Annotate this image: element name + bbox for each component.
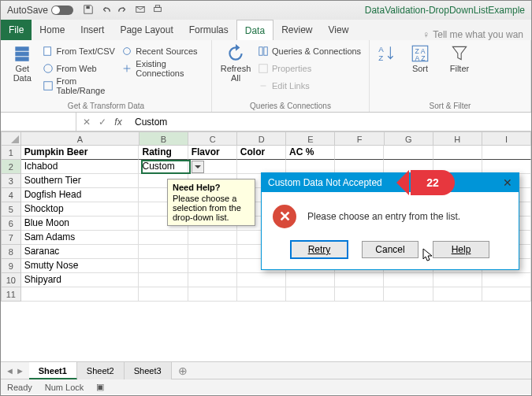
cell[interactable]: Smutty Nose xyxy=(21,259,140,273)
row-head-1[interactable]: 1 xyxy=(1,146,21,160)
cell[interactable] xyxy=(188,273,237,287)
add-sheet-button[interactable]: ⊕ xyxy=(172,365,194,377)
cell[interactable] xyxy=(384,146,433,160)
save-icon[interactable] xyxy=(83,4,94,17)
sheet-tab-3[interactable]: Sheet3 xyxy=(125,362,172,379)
col-head-e[interactable]: E xyxy=(286,131,335,146)
tell-me-search[interactable]: ♀ Tell me what you wan xyxy=(422,29,531,40)
cell[interactable] xyxy=(139,245,188,259)
cell[interactable] xyxy=(335,146,384,160)
cell[interactable] xyxy=(237,287,286,302)
cell[interactable] xyxy=(286,273,335,287)
retry-button[interactable]: Retry xyxy=(291,241,348,258)
cell[interactable] xyxy=(433,273,482,287)
menu-formulas[interactable]: Formulas xyxy=(181,20,236,40)
help-button[interactable]: Help xyxy=(433,241,489,258)
col-head-b[interactable]: B xyxy=(140,131,188,146)
cell[interactable] xyxy=(188,287,237,302)
quickprint-icon[interactable] xyxy=(152,4,163,17)
cell[interactable]: Sam Adams xyxy=(21,231,140,245)
dialog-title-bar[interactable]: Custom Data Not Accepted ✕ xyxy=(262,173,519,192)
cell[interactable] xyxy=(188,259,237,273)
redo-icon[interactable] xyxy=(117,4,128,17)
menu-pagelayout[interactable]: Page Layout xyxy=(112,20,180,40)
row-head-10[interactable]: 10 xyxy=(1,273,21,287)
close-icon[interactable]: ✕ xyxy=(503,173,512,192)
macro-record-icon[interactable]: ▣ xyxy=(96,382,104,392)
enter-formula-icon[interactable]: ✓ xyxy=(95,117,110,128)
email-icon[interactable] xyxy=(135,4,146,17)
cell[interactable]: Southern Tier xyxy=(21,174,140,188)
col-head-f[interactable]: F xyxy=(335,131,384,146)
col-head-h[interactable]: H xyxy=(433,131,482,146)
filter-button[interactable]: Filter xyxy=(442,43,477,73)
menu-insert[interactable]: Insert xyxy=(73,20,112,40)
col-head-g[interactable]: G xyxy=(385,131,433,146)
cell[interactable] xyxy=(335,287,384,302)
undo-icon[interactable] xyxy=(100,4,111,17)
col-head-d[interactable]: D xyxy=(237,131,286,146)
cell[interactable] xyxy=(482,273,531,287)
cell[interactable] xyxy=(139,287,188,302)
cell[interactable] xyxy=(433,287,482,302)
menu-review[interactable]: Review xyxy=(273,20,320,40)
col-head-c[interactable]: C xyxy=(188,131,237,146)
cell[interactable] xyxy=(188,231,237,245)
existing-connections-button[interactable]: Existing Connections xyxy=(121,61,205,76)
spreadsheet-grid[interactable]: A B C D E F G H I 1Pumpkin BeerRatingFla… xyxy=(1,131,531,361)
refresh-all-button[interactable]: Refresh All xyxy=(218,43,253,83)
cell[interactable] xyxy=(139,231,188,245)
col-head-a[interactable]: A xyxy=(21,131,140,146)
recent-sources-button[interactable]: Recent Sources xyxy=(121,43,205,59)
from-table-button[interactable]: From Table/Range xyxy=(43,78,117,94)
row-head-11[interactable]: 11 xyxy=(1,287,21,302)
dropdown-button[interactable] xyxy=(192,161,204,173)
cell[interactable]: Flavor xyxy=(188,146,237,160)
menu-home[interactable]: Home xyxy=(32,20,73,40)
menu-view[interactable]: View xyxy=(321,20,357,40)
name-box[interactable] xyxy=(1,113,76,131)
cell[interactable]: Custom xyxy=(139,160,188,174)
cell[interactable] xyxy=(335,273,384,287)
autosave-toggle[interactable]: AutoSave xyxy=(7,5,73,16)
sort-button[interactable]: Z AA Z Sort xyxy=(403,43,437,73)
get-data-button[interactable]: Get Data xyxy=(7,43,38,83)
cell[interactable] xyxy=(188,245,237,259)
cell[interactable]: AC % xyxy=(286,146,335,160)
from-text-csv-button[interactable]: From Text/CSV xyxy=(43,43,117,59)
cell[interactable]: Ichabod xyxy=(21,160,140,174)
cell[interactable] xyxy=(433,146,482,160)
sheet-tab-1[interactable]: Sheet1 xyxy=(29,362,77,379)
fx-icon[interactable]: fx xyxy=(111,117,125,128)
sort-az-button[interactable]: AZ xyxy=(376,43,398,64)
cell[interactable]: Saranac xyxy=(21,245,140,259)
queries-connections-button[interactable]: Queries & Connections xyxy=(258,43,361,59)
row-head-2[interactable]: 2 xyxy=(1,160,21,174)
formula-input[interactable]: Custom xyxy=(128,113,531,131)
cancel-formula-icon[interactable]: ✕ xyxy=(80,117,94,128)
cancel-button[interactable]: Cancel xyxy=(362,241,419,258)
cell[interactable]: Pumpkin Beer xyxy=(21,146,140,160)
cell[interactable] xyxy=(286,287,335,302)
cell[interactable] xyxy=(384,287,433,302)
cell[interactable] xyxy=(21,287,140,302)
select-all-button[interactable] xyxy=(1,131,21,146)
cell[interactable] xyxy=(384,273,433,287)
menu-data[interactable]: Data xyxy=(236,20,273,40)
row-head-9[interactable]: 9 xyxy=(1,259,21,273)
cell[interactable]: Shipyard xyxy=(21,273,140,287)
row-head-5[interactable]: 5 xyxy=(1,202,21,217)
sheet-nav-next-icon[interactable]: ► xyxy=(16,366,24,376)
cell[interactable]: Dogfish Head xyxy=(21,188,140,202)
menu-file[interactable]: File xyxy=(1,20,32,40)
from-web-button[interactable]: From Web xyxy=(43,61,117,76)
cell[interactable]: Blue Moon xyxy=(21,217,140,231)
sheet-nav-prev-icon[interactable]: ◄ xyxy=(6,366,14,376)
cell[interactable] xyxy=(139,273,188,287)
sheet-tab-2[interactable]: Sheet2 xyxy=(77,362,125,379)
row-head-3[interactable]: 3 xyxy=(1,174,21,188)
cell[interactable] xyxy=(237,273,286,287)
row-head-6[interactable]: 6 xyxy=(1,217,21,231)
row-head-7[interactable]: 7 xyxy=(1,231,21,245)
cell[interactable] xyxy=(482,287,531,302)
